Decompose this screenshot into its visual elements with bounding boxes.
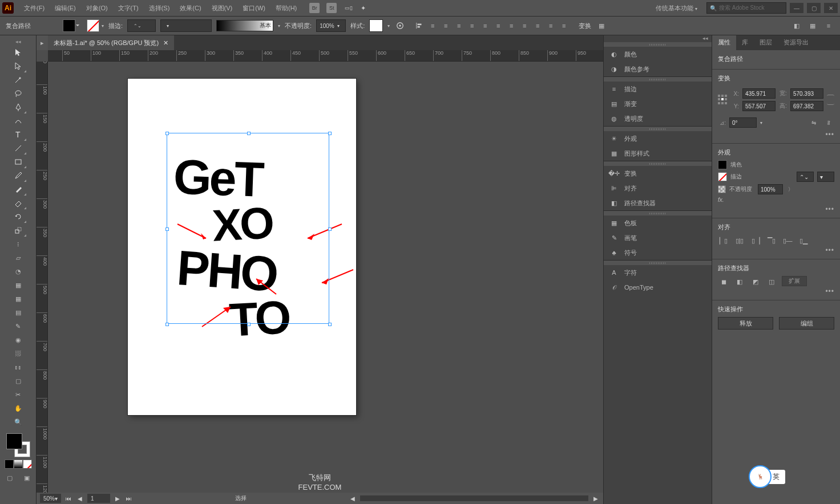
close-button[interactable]: ✕ — [824, 3, 838, 13]
panel-透明度[interactable]: ◍透明度 — [604, 111, 712, 126]
fx-icon[interactable]: fx. — [718, 197, 724, 203]
ime-badge[interactable]: 🦌 英 — [749, 465, 785, 488]
dist-bottom-icon[interactable]: ≡ — [519, 20, 530, 31]
zoom-tool[interactable]: 🔍 — [10, 415, 27, 429]
panel-颜色参考[interactable]: ◑颜色参考 — [604, 62, 712, 76]
transform-x-input[interactable]: 435.971 — [742, 88, 776, 99]
scale-tool[interactable] — [10, 223, 27, 237]
dist-vcenter-icon[interactable]: ≡ — [506, 20, 517, 31]
menu-file[interactable]: 文件(F) — [19, 2, 49, 15]
panel-字符[interactable]: A字符 — [604, 265, 712, 280]
minimize-button[interactable]: — — [790, 3, 803, 13]
menu-view[interactable]: 视图(V) — [207, 2, 237, 15]
panel-外观[interactable]: ☀外观 — [604, 131, 712, 146]
minus-front-icon[interactable]: ◧ — [734, 276, 745, 287]
align-bottom-icon[interactable]: ≡ — [479, 20, 491, 31]
pen-tool[interactable] — [10, 100, 27, 114]
panel-OpenType[interactable]: 𝒪OpenType — [604, 280, 712, 295]
line-tool[interactable] — [10, 141, 27, 155]
dist-hcenter-icon[interactable]: ≡ — [545, 20, 556, 31]
canvas-viewport[interactable]: GeT XO PHO TO — [48, 62, 603, 493]
align-hcenter-icon[interactable]: ≡ — [427, 20, 438, 31]
hand-tool[interactable]: ✋ — [10, 401, 27, 415]
menu-type[interactable]: 文字(T) — [114, 2, 143, 15]
direct-selection-tool[interactable] — [10, 59, 27, 73]
opacity-input-sm[interactable]: 100% — [758, 184, 783, 194]
maximize-button[interactable]: ▢ — [807, 3, 821, 13]
menu-effect[interactable]: 效果(C) — [175, 2, 205, 15]
panel-颜色[interactable]: ◐颜色 — [604, 47, 712, 62]
group-button[interactable]: 编组 — [779, 317, 834, 330]
transform-h-input[interactable]: 697.382 — [790, 101, 823, 111]
workspace-switcher[interactable]: 传统基本功能 ▾ — [650, 2, 703, 14]
panel-expand-icon[interactable]: ◂◂ — [604, 35, 712, 42]
panel-符号[interactable]: ♣符号 — [604, 245, 712, 260]
opacity-input[interactable]: 100%▾ — [316, 19, 346, 32]
lasso-tool[interactable] — [10, 87, 27, 100]
tab-libraries[interactable]: 库 — [736, 35, 754, 50]
paintbrush-tool[interactable] — [10, 169, 27, 182]
first-artboard-icon[interactable]: ⏮ — [64, 494, 72, 502]
type-tool[interactable]: T — [10, 128, 27, 141]
rectangle-tool[interactable] — [10, 155, 27, 169]
blend-tool[interactable]: ◉ — [10, 333, 27, 347]
scrollbar-horizontal[interactable] — [360, 495, 588, 501]
stroke-swatch-sm[interactable] — [718, 172, 727, 181]
align-more-icon[interactable]: ••• — [825, 246, 834, 254]
stroke-swatch[interactable] — [87, 19, 99, 32]
shape-builder-tool[interactable]: ◔ — [10, 265, 27, 278]
stroke-weight-select[interactable]: ⌃⌄ — [127, 19, 156, 32]
screen-mode-normal[interactable]: ▢ — [1, 471, 18, 485]
stock-icon[interactable]: St — [326, 3, 337, 13]
menu-window[interactable]: 窗口(W) — [238, 2, 270, 15]
arrange-icon[interactable]: ▭▯ — [344, 3, 354, 13]
stock-search[interactable]: 🔍 搜索 Adobe Stock — [706, 2, 786, 14]
fill-swatch[interactable] — [63, 19, 75, 32]
flip-h-icon[interactable]: ⇋ — [808, 117, 819, 128]
rotate-input[interactable]: 0° — [729, 117, 757, 128]
artboard-tool[interactable]: ▢ — [10, 374, 27, 388]
dist-left-icon[interactable]: ≡ — [532, 20, 543, 31]
color-mode-none[interactable] — [23, 460, 32, 469]
align-left-sm-icon[interactable]: ▏▯ — [718, 235, 729, 246]
panel-渐变[interactable]: ▤渐变 — [604, 96, 712, 111]
stroke-profile-sm[interactable]: ▾ — [817, 172, 834, 182]
shape-props-icon[interactable]: ▦ — [596, 20, 607, 31]
selection-tool[interactable] — [10, 46, 27, 59]
next-artboard-icon[interactable]: ▶ — [114, 494, 122, 502]
close-tab-icon[interactable]: ✕ — [163, 39, 168, 47]
perspective-tool[interactable]: ▦ — [10, 278, 27, 292]
bridge-icon[interactable]: Br — [309, 3, 320, 13]
flip-v-icon[interactable]: ⥯ — [823, 117, 834, 128]
reference-point-icon[interactable] — [718, 95, 728, 105]
transform-w-input[interactable]: 570.393 — [790, 88, 823, 99]
magic-wand-tool[interactable] — [10, 73, 27, 87]
panel-描边[interactable]: ≡描边 — [604, 82, 712, 96]
mesh-tool[interactable]: ▦ — [10, 292, 27, 306]
slice-tool[interactable]: ✂ — [10, 388, 27, 401]
rotate-tool[interactable] — [10, 210, 27, 223]
eyedropper-tool[interactable]: ✎ — [10, 319, 27, 333]
align-vcenter-icon[interactable]: ≡ — [466, 20, 478, 31]
panel-画笔[interactable]: ✎画笔 — [604, 230, 712, 245]
expand-button[interactable]: 扩展 — [782, 276, 807, 286]
pathfinder-more-icon[interactable]: ••• — [825, 287, 834, 295]
edit-icon[interactable]: ▦ — [807, 20, 818, 31]
panel-色板[interactable]: ▦色板 — [604, 216, 712, 230]
color-mode-solid[interactable] — [5, 460, 14, 469]
graph-tool[interactable]: ⫾⫾ — [10, 360, 27, 374]
prev-artboard-icon[interactable]: ◀ — [76, 494, 84, 502]
fill-swatch-sm[interactable] — [718, 160, 727, 169]
stroke-weight-sm[interactable]: ⌃⌄ — [797, 172, 814, 182]
last-artboard-icon[interactable]: ⏭ — [125, 494, 133, 502]
panel-路径查找器[interactable]: ◧路径查找器 — [604, 196, 712, 210]
align-right-icon[interactable]: ≡ — [440, 20, 451, 31]
tab-layers[interactable]: 图层 — [754, 35, 778, 50]
fill-color[interactable] — [6, 433, 22, 449]
tab-collapse-icon[interactable]: ▸ — [37, 35, 48, 50]
symbol-sprayer-tool[interactable]: ⛆ — [10, 347, 27, 360]
selection-bounding-box[interactable] — [167, 133, 329, 324]
panel-menu-icon[interactable]: ≡ — [823, 20, 834, 31]
ruler-horizontal[interactable]: 5010015020025030035040045050055060065070… — [48, 50, 603, 62]
panel-变换[interactable]: �✛变换 — [604, 166, 712, 181]
